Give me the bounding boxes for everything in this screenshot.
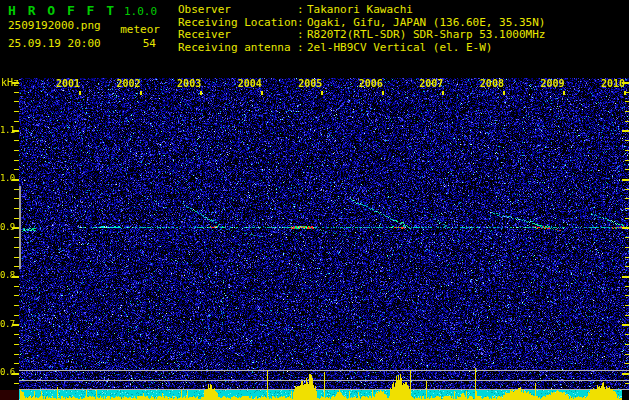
info-label: Observer xyxy=(178,4,297,17)
info-row-receiver: Receiver:R820T2(RTL-SDR) SDR-Sharp 53.10… xyxy=(178,29,545,42)
time-label-2006: 2006 xyxy=(356,78,386,89)
info-separator: : xyxy=(297,4,307,17)
info-row-observer: Observer:Takanori Kawachi xyxy=(178,4,545,17)
time-label-2002: 2002 xyxy=(114,78,144,89)
timestamp: 25.09.19 20:00 xyxy=(8,37,101,50)
freq-tick-label-0.6: 0.6 xyxy=(0,367,12,377)
output-filename: 2509192000.png xyxy=(8,19,101,32)
mode-label: meteor xyxy=(118,23,160,36)
time-label-2005: 2005 xyxy=(295,78,325,89)
info-value: 2el-HB9CV Vertical (el. E-W) xyxy=(307,42,492,55)
info-label: Receiving antenna xyxy=(178,42,297,55)
station-info: Observer:Takanori Kawachi Receiving Loca… xyxy=(178,4,545,54)
info-label: Receiver xyxy=(178,29,297,42)
freq-tick-label-0.7: 0.7 xyxy=(0,319,12,329)
time-label-2010: 2010 xyxy=(598,78,628,89)
freq-tick-label-1.0: 1.0 xyxy=(0,173,12,183)
meteor-count: 54 xyxy=(118,37,156,50)
hrofft-window: H R O F F T 1.0.0 2509192000.png meteor … xyxy=(0,0,629,400)
info-separator: : xyxy=(297,42,307,55)
time-label-2003: 2003 xyxy=(174,78,204,89)
time-label-2004: 2004 xyxy=(235,78,265,89)
freq-tick-label-0.8: 0.8 xyxy=(0,270,12,280)
time-label-2008: 2008 xyxy=(477,78,507,89)
time-label-2001: 2001 xyxy=(53,78,83,89)
app-version: 1.0.0 xyxy=(124,5,157,18)
time-label-2007: 2007 xyxy=(416,78,446,89)
time-label-2009: 2009 xyxy=(537,78,567,89)
info-value: Takanori Kawachi xyxy=(307,4,413,17)
app-title: H R O F F T xyxy=(8,3,116,18)
info-separator: : xyxy=(297,29,307,42)
freq-axis-unit: kHz xyxy=(1,77,19,88)
spectrogram-area: kHz 1.11.00.90.80.70.6200120022003200420… xyxy=(0,78,629,400)
spectrogram-canvas xyxy=(0,78,629,400)
freq-tick-label-0.9: 0.9 xyxy=(0,222,12,232)
info-value: R820T2(RTL-SDR) SDR-Sharp 53.1000MHz xyxy=(307,29,545,42)
freq-tick-label-1.1: 1.1 xyxy=(0,125,12,135)
info-row-antenna: Receiving antenna:2el-HB9CV Vertical (el… xyxy=(178,42,545,55)
